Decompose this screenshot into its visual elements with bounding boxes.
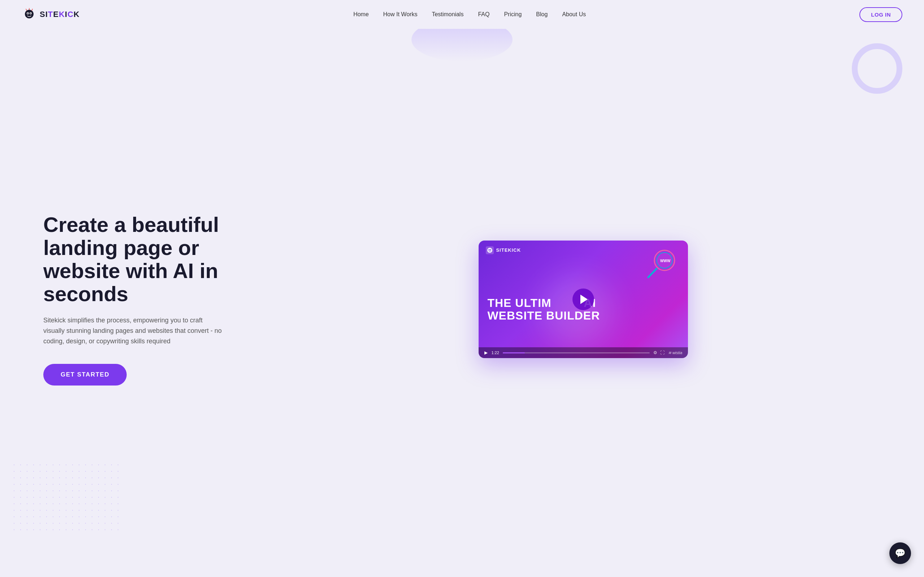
magnifier-decoration: WWW bbox=[645, 248, 677, 280]
nav-item-about-us[interactable]: About Us bbox=[562, 11, 586, 17]
video-logo-icon bbox=[486, 246, 494, 254]
hero-left: Create a beautiful landing page or websi… bbox=[43, 213, 253, 385]
get-started-button[interactable]: GET STARTED bbox=[43, 364, 127, 385]
fullscreen-icon[interactable]: ⛶ bbox=[660, 350, 664, 355]
video-logo-text: SITEKICK bbox=[496, 247, 521, 253]
svg-point-5 bbox=[30, 13, 31, 14]
nav-item-blog[interactable]: Blog bbox=[536, 11, 548, 17]
nav-item-testimonials[interactable]: Testimonials bbox=[432, 11, 464, 17]
logo-icon bbox=[22, 7, 37, 22]
video-brand-logo: SITEKICK bbox=[486, 246, 521, 254]
svg-line-13 bbox=[648, 269, 657, 277]
ctrl-play-icon[interactable]: ▶ bbox=[485, 350, 488, 355]
video-title-line2: WEBSITE BUILDER bbox=[487, 309, 600, 322]
progress-bar[interactable] bbox=[503, 352, 650, 353]
hero-section: Create a beautiful landing page or websi… bbox=[0, 29, 924, 577]
nav-links: Home How It Works Testimonials FAQ Prici… bbox=[353, 11, 586, 18]
settings-icon[interactable]: ⚙ bbox=[653, 350, 657, 355]
svg-point-8 bbox=[489, 249, 490, 251]
login-button[interactable]: LOG IN bbox=[859, 7, 902, 22]
ctrl-time: 1:22 bbox=[491, 351, 499, 355]
wistia-branding: ≋ wistia bbox=[668, 351, 683, 355]
nav-item-pricing[interactable]: Pricing bbox=[504, 11, 522, 17]
logo-text: SiTEKiCK bbox=[40, 10, 80, 19]
hero-right: SITEKICK WWW THE ULTIM AI WEBSITE BUILDE… bbox=[478, 240, 881, 358]
svg-point-9 bbox=[490, 249, 492, 251]
svg-text:WWW: WWW bbox=[660, 259, 670, 263]
video-title-line1: THE ULTIM bbox=[487, 297, 551, 309]
circle-decoration bbox=[852, 43, 902, 94]
dot-grid-decoration bbox=[11, 462, 119, 534]
nav-item-how-it-works[interactable]: How It Works bbox=[383, 11, 418, 17]
play-button[interactable] bbox=[572, 288, 594, 310]
progress-fill bbox=[503, 352, 525, 353]
video-card[interactable]: SITEKICK WWW THE ULTIM AI WEBSITE BUILDE… bbox=[478, 240, 688, 358]
nav-item-faq[interactable]: FAQ bbox=[478, 11, 489, 17]
logo-link[interactable]: SiTEKiCK bbox=[22, 7, 80, 22]
chat-bubble-button[interactable]: 💬 bbox=[889, 542, 911, 564]
ctrl-icons: ⚙ ⛶ bbox=[653, 350, 664, 355]
hero-subtitle: Sitekick simplifies the process, empower… bbox=[43, 315, 224, 346]
nav-item-home[interactable]: Home bbox=[353, 11, 369, 17]
svg-point-4 bbox=[27, 13, 29, 14]
play-triangle-icon bbox=[580, 295, 588, 304]
svg-point-7 bbox=[487, 248, 492, 253]
video-controls-bar: ▶ 1:22 ⚙ ⛶ ≋ wistia bbox=[478, 347, 688, 358]
chat-icon: 💬 bbox=[895, 548, 906, 558]
navbar: SiTEKiCK Home How It Works Testimonials … bbox=[0, 0, 924, 29]
hero-title: Create a beautiful landing page or websi… bbox=[43, 213, 253, 305]
svg-point-1 bbox=[25, 10, 34, 18]
